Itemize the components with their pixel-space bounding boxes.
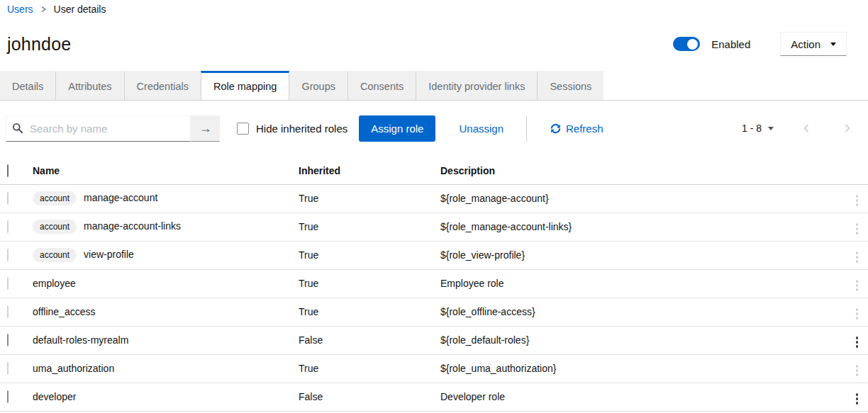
role-name: employee [33,278,76,289]
page-header: johndoe Enabled Action [0,16,868,60]
search-icon [12,123,23,134]
action-dropdown-label: Action [791,38,820,50]
tab-label: Sessions [550,81,591,92]
tab-role-mapping[interactable]: Role mapping [201,71,289,100]
role-name: default-roles-myrealm [33,334,128,346]
search-group: Search by name → [6,115,220,142]
kebab-menu-button[interactable] [852,305,863,322]
role-name: developer [33,391,77,402]
hide-inherited-control: Hide inherited roles [237,123,347,135]
caret-down-icon [768,127,774,130]
hide-inherited-label: Hide inherited roles [256,123,347,135]
assign-role-button[interactable]: Assign role [359,115,435,142]
role-inherited: True [291,241,433,269]
tab-attributes[interactable]: Attributes [55,71,123,100]
pagination: 1 - 8 [742,119,860,137]
kebab-menu-button[interactable] [852,362,863,379]
refresh-button[interactable]: Refresh [550,123,603,135]
toolbar-divider [526,115,527,142]
tab-bar: Details Attributes Credentials Role mapp… [0,71,868,101]
kebab-menu-button[interactable] [852,334,863,351]
tab-consents[interactable]: Consents [347,71,416,100]
role-name: view-profile [84,249,134,260]
row-checkbox[interactable] [7,277,9,290]
tab-label: Credentials [137,81,189,92]
hide-inherited-checkbox[interactable] [237,123,249,135]
tab-sessions[interactable]: Sessions [537,71,603,100]
client-badge: account [33,248,77,261]
role-description: ${role_offline-access} [433,298,841,326]
tab-label: Groups [301,81,335,92]
action-dropdown[interactable]: Action [780,32,847,56]
breadcrumb-link-users[interactable]: Users [7,4,33,15]
page-title: johndoe [7,34,71,55]
role-inherited: True [291,213,433,241]
row-checkbox[interactable] [7,192,9,205]
row-checkbox[interactable] [7,305,9,318]
pagination-range-label: 1 - 8 [742,123,762,134]
role-inherited: True [291,354,433,383]
row-checkbox[interactable] [7,220,9,233]
role-description: ${role_manage-account} [433,184,841,213]
enabled-toggle-label: Enabled [711,38,750,50]
pagination-prev-button[interactable] [794,119,819,137]
row-checkbox[interactable] [7,362,9,375]
table-row: offline_access True ${role_offline-acces… [0,298,868,326]
row-checkbox[interactable] [7,334,9,346]
tab-credentials[interactable]: Credentials [124,71,201,100]
toggle-knob [687,39,698,50]
unassign-button[interactable]: Unassign [459,123,503,135]
role-mapping-table: Name Inherited Description accountmanage… [0,158,868,412]
pagination-range-dropdown[interactable]: 1 - 8 [742,123,774,134]
role-description: ${role_default-roles} [433,326,841,354]
chevron-left-icon [803,123,810,133]
row-checkbox[interactable] [7,390,9,403]
tab-identity-provider-links[interactable]: Identity provider links [416,71,537,100]
tab-label: Role mapping [213,81,277,92]
enabled-toggle[interactable] [673,37,700,51]
role-name: offline_access [33,306,95,317]
tab-label: Consents [360,81,404,92]
table-row: accountmanage-account True ${role_manage… [0,184,868,213]
sync-icon [550,123,561,134]
pagination-next-button[interactable] [835,119,860,137]
role-description: Employee role [433,269,841,298]
select-all-checkbox[interactable] [7,164,9,177]
kebab-menu-button[interactable] [852,220,863,237]
table-row: employee True Employee role [0,269,868,298]
caret-down-icon [830,43,836,46]
tab-details[interactable]: Details [0,71,55,100]
kebab-menu-button[interactable] [852,277,863,294]
header-controls: Enabled Action [673,32,847,56]
role-description: ${role_uma_authorization} [433,354,841,383]
kebab-menu-button[interactable] [852,249,863,266]
arrow-right-icon: → [199,121,212,136]
breadcrumb: Users User details [0,0,868,16]
kebab-menu-button[interactable] [852,390,863,407]
row-checkbox[interactable] [7,249,9,261]
role-description: ${role_view-profile} [433,241,841,269]
chevron-right-icon [844,123,851,133]
refresh-label: Refresh [566,123,603,135]
role-inherited: True [291,184,433,213]
table-row: developer False Developer role [0,383,868,411]
role-inherited: True [291,269,433,298]
tab-groups[interactable]: Groups [289,71,347,100]
table-row: accountview-profile True ${role_view-pro… [0,241,868,269]
client-badge: account [33,220,77,233]
role-inherited: False [291,383,433,411]
breadcrumb-current: User details [54,4,106,15]
kebab-menu-button[interactable] [852,192,863,209]
tab-label: Attributes [68,81,111,92]
toolbar: Search by name → Hide inherited roles As… [0,101,868,142]
table-row: uma_authorization True ${role_uma_author… [0,354,868,383]
role-inherited: True [291,298,433,326]
search-input[interactable]: Search by name [6,115,191,142]
column-header-name: Name [26,158,291,184]
role-name: uma_authorization [33,363,114,374]
chevron-right-icon [40,5,47,13]
search-submit-button[interactable]: → [191,115,220,142]
column-header-inherited: Inherited [291,158,433,184]
column-header-description: Description [433,158,841,184]
role-description: ${role_manage-account-links} [433,213,841,241]
